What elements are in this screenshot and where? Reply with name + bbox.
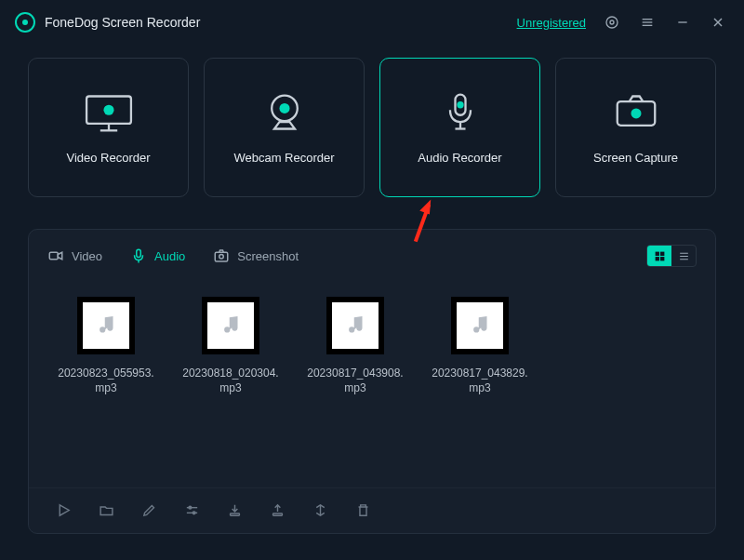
open-folder-button[interactable] — [96, 500, 116, 520]
tab-label: Screenshot — [237, 249, 299, 263]
app-title: FoneDog Screen Recorder — [45, 15, 200, 30]
mode-label: Video Recorder — [66, 151, 150, 165]
panel-tabs: Video Audio Screenshot — [29, 241, 715, 276]
file-item[interactable]: 20230817_043908.mp3 — [306, 297, 405, 395]
file-thumbnail — [451, 297, 509, 354]
settings-button[interactable] — [599, 9, 625, 35]
convert-button[interactable] — [310, 500, 330, 520]
svg-rect-29 — [655, 257, 658, 260]
trash-icon — [355, 502, 371, 518]
file-item[interactable]: 20230818_020304.mp3 — [181, 297, 280, 395]
file-name: 20230823_055953.mp3 — [57, 366, 155, 395]
file-name: 20230818_020304.mp3 — [181, 366, 280, 395]
close-button[interactable] — [705, 9, 731, 35]
svg-rect-39 — [230, 513, 239, 515]
file-grid: 20230823_055953.mp320230818_020304.mp320… — [29, 276, 715, 487]
grid-icon — [654, 250, 666, 262]
adjust-button[interactable] — [181, 500, 202, 520]
registration-status-link[interactable]: Unregistered — [517, 16, 586, 30]
delete-button[interactable] — [352, 500, 373, 520]
svg-marker-34 — [60, 504, 69, 514]
svg-point-13 — [279, 102, 289, 113]
mode-label: Screen Capture — [593, 151, 678, 165]
mic-icon — [130, 247, 147, 264]
edit-button[interactable] — [139, 500, 159, 520]
gear-icon — [604, 15, 619, 30]
tab-screenshot[interactable]: Screenshot — [213, 247, 299, 264]
svg-point-0 — [606, 17, 618, 28]
mode-selector: Video Recorder Webcam Recorder Audio Rec… — [0, 41, 744, 197]
tab-label: Video — [72, 249, 102, 263]
svg-rect-22 — [49, 252, 58, 260]
tab-audio[interactable]: Audio — [130, 247, 185, 264]
mode-webcam-recorder[interactable]: Webcam Recorder — [204, 58, 365, 197]
tab-video[interactable]: Video — [47, 247, 102, 264]
tab-label: Audio — [154, 249, 185, 263]
svg-point-26 — [219, 255, 224, 260]
camera-icon — [608, 91, 664, 134]
menu-button[interactable] — [634, 9, 660, 35]
file-item[interactable]: 20230817_043829.mp3 — [431, 297, 529, 395]
file-item[interactable]: 20230823_055953.mp3 — [57, 297, 155, 395]
sliders-icon — [184, 502, 200, 518]
hamburger-icon — [640, 15, 655, 30]
svg-rect-23 — [137, 249, 141, 257]
convert-icon — [312, 502, 328, 518]
microphone-icon — [432, 91, 488, 134]
mode-audio-recorder[interactable]: Audio Recorder — [379, 58, 540, 197]
music-note-icon — [457, 302, 503, 349]
mode-label: Webcam Recorder — [233, 151, 334, 165]
svg-marker-21 — [418, 199, 436, 217]
music-note-icon — [83, 302, 129, 349]
export-button[interactable] — [267, 500, 287, 520]
list-icon — [678, 250, 690, 262]
svg-point-19 — [631, 108, 641, 118]
view-toggle — [646, 245, 697, 267]
svg-point-38 — [193, 511, 195, 513]
camera-small-icon — [213, 247, 230, 264]
close-icon — [711, 15, 725, 30]
file-name: 20230817_043908.mp3 — [306, 366, 405, 395]
view-grid-button[interactable] — [647, 246, 671, 266]
play-icon — [56, 502, 72, 518]
view-list-button[interactable] — [671, 246, 696, 266]
file-thumbnail — [326, 297, 384, 354]
svg-rect-25 — [216, 252, 229, 261]
upload-icon — [270, 502, 286, 518]
monitor-icon — [81, 91, 137, 134]
minimize-icon — [675, 15, 690, 30]
recordings-panel: Video Audio Screenshot 20230823_055953.m… — [28, 229, 716, 534]
music-note-icon — [207, 302, 254, 349]
svg-rect-40 — [272, 513, 282, 515]
svg-point-37 — [188, 506, 191, 509]
svg-point-11 — [103, 104, 113, 114]
video-icon — [47, 247, 64, 264]
mode-screen-capture[interactable]: Screen Capture — [555, 58, 716, 197]
file-thumbnail — [202, 297, 259, 354]
folder-icon — [99, 502, 114, 518]
app-logo-icon — [15, 12, 35, 33]
svg-rect-28 — [660, 251, 664, 255]
titlebar: FoneDog Screen Recorder Unregistered — [0, 0, 744, 41]
svg-point-17 — [457, 101, 463, 108]
download-icon — [227, 502, 243, 518]
mode-label: Audio Recorder — [418, 151, 501, 165]
minimize-button[interactable] — [670, 9, 696, 35]
file-toolbar — [29, 487, 715, 533]
svg-point-1 — [610, 20, 614, 24]
file-thumbnail — [77, 297, 135, 354]
file-name: 20230817_043829.mp3 — [431, 366, 529, 395]
pencil-icon — [141, 502, 157, 518]
webcam-icon — [257, 91, 312, 134]
svg-rect-30 — [660, 257, 664, 260]
play-button[interactable] — [53, 500, 73, 520]
import-button[interactable] — [224, 500, 245, 520]
svg-rect-27 — [655, 251, 658, 255]
mode-video-recorder[interactable]: Video Recorder — [28, 58, 189, 197]
music-note-icon — [332, 302, 379, 349]
